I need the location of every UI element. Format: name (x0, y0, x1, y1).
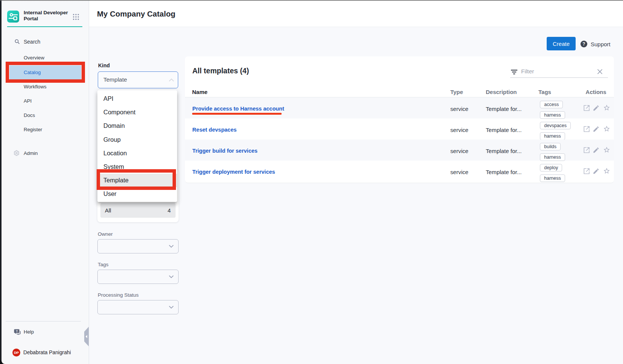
svg-text:?: ? (16, 329, 18, 333)
